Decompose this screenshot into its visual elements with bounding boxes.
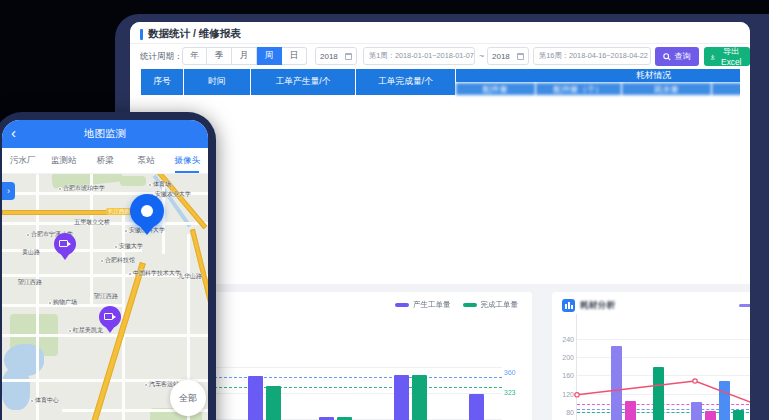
map-poi-label: 体育场 xyxy=(148,180,171,189)
export-excel-button[interactable]: 导出Excel xyxy=(704,47,750,66)
sub-column-header: 配件量（个） xyxy=(536,83,622,96)
trend-line xyxy=(577,330,750,420)
highway xyxy=(84,262,145,420)
export-label: 导出Excel xyxy=(719,46,744,67)
consumables-bar-plot: 4080120160200240 xyxy=(576,314,750,420)
highway xyxy=(190,229,208,312)
y-axis-tick: 200 xyxy=(556,354,574,361)
map-poi-label: 望江西路 xyxy=(94,292,118,301)
road xyxy=(2,334,208,337)
phone-tab-监测站[interactable]: 监测站 xyxy=(43,148,84,173)
bar[interactable] xyxy=(394,375,409,420)
bar[interactable] xyxy=(248,376,263,420)
start-week-input[interactable]: 第1周：2018-01-01~2018-01-07 xyxy=(363,47,475,65)
bar-group xyxy=(319,314,352,420)
map-poi-label: 体育中心 xyxy=(30,396,59,405)
search-icon xyxy=(663,53,671,61)
column-header: 工单产生量/个 xyxy=(251,69,356,96)
map-view[interactable]: 长江西路 › 全部 合肥市琥珀中学体育场安徽农业大学五里墩立交桥合肥市宁溪小学安… xyxy=(2,174,208,420)
map-poi-label: 红星美凯龙 xyxy=(68,326,103,335)
bar[interactable] xyxy=(469,394,484,420)
page-title: 数据统计 / 维修报表 xyxy=(148,27,241,41)
sub-column-header: 耗水量 xyxy=(622,83,712,96)
period-segmented-control: 年季月周日 xyxy=(182,47,307,65)
bar[interactable] xyxy=(412,375,427,420)
map-poi-label: 合肥市琥珀中学 xyxy=(58,184,105,193)
map-poi-label: 合肥科技馆 xyxy=(100,256,135,265)
calendar-icon xyxy=(517,53,524,60)
map-all-button[interactable]: 全部 xyxy=(170,380,206,416)
phone-title: 地图监测 xyxy=(84,127,126,141)
selected-location-pin-icon[interactable] xyxy=(130,194,164,228)
period-option-日[interactable]: 日 xyxy=(282,47,307,65)
start-year-value: 2018 xyxy=(320,52,338,61)
period-option-季[interactable]: 季 xyxy=(207,47,232,65)
bar[interactable] xyxy=(266,386,281,420)
download-icon xyxy=(710,53,716,61)
phone-tab-摄像头[interactable]: 摄像头 xyxy=(167,148,208,173)
end-year-value: 2018 xyxy=(492,52,510,61)
query-label: 查询 xyxy=(674,51,691,62)
map-expander-button[interactable]: › xyxy=(2,182,15,200)
phone-screen: ‹ 地图监测 污水厂监测站桥梁泵站摄像头 xyxy=(2,120,208,420)
column-header: 序号 xyxy=(141,69,184,96)
chart-title-row: 耗材分析 xyxy=(562,299,615,312)
clipped-legend-pill xyxy=(739,304,750,307)
period-option-年[interactable]: 年 xyxy=(182,47,207,65)
map-poi-label: 五里墩立交桥 xyxy=(74,218,110,227)
chart-legend: 产生工单量完成工单量 xyxy=(395,300,518,310)
camera-pin-icon[interactable] xyxy=(54,233,76,255)
range-separator: ~ xyxy=(479,51,484,61)
phone-tab-桥梁[interactable]: 桥梁 xyxy=(84,148,125,173)
lake xyxy=(2,368,30,410)
bar-chart-icon xyxy=(562,299,575,312)
bar-group xyxy=(248,314,281,420)
legend-item: 完成工单量 xyxy=(463,300,519,310)
group-header: 耗材情况 xyxy=(456,69,741,83)
map-poi-label: 安徽大学 xyxy=(114,242,143,251)
calendar-icon xyxy=(345,53,352,60)
chart-title: 耗材分析 xyxy=(580,300,615,312)
query-button[interactable]: 查询 xyxy=(655,47,699,66)
map-poi-label: 望江西路 xyxy=(18,278,42,287)
screenshot-stage: 数据统计 / 维修报表 统计周期： 年季月周日 2018 第1周：2018-01… xyxy=(0,0,769,420)
report-table-container[interactable]: 序号时间工单产生量/个工单完成量/个耗材情况配件量配件量（个）耗水量水量 xyxy=(140,68,740,278)
period-option-周[interactable]: 周 xyxy=(257,47,282,65)
phone-frame: ‹ 地图监测 污水厂监测站桥梁泵站摄像头 xyxy=(0,112,216,420)
phone-tab-泵站[interactable]: 泵站 xyxy=(126,148,167,173)
column-header: 工单完成量/个 xyxy=(356,69,456,96)
accent-bar xyxy=(140,29,143,40)
road-name-badge: 长江西路 xyxy=(106,208,132,215)
breadcrumb: 数据统计 / 维修报表 xyxy=(140,27,241,41)
consumables-chart-card: 耗材分析 4080120160200240 xyxy=(552,292,750,420)
sub-column-header: 配件量 xyxy=(456,83,536,96)
report-table: 序号时间工单产生量/个工单完成量/个耗材情况配件量配件量（个）耗水量水量 xyxy=(140,68,740,96)
sub-column-header: 水量 xyxy=(712,83,741,96)
bar-group xyxy=(469,314,502,420)
map-poi-label: 九华山路 xyxy=(178,272,202,281)
legend-item: 产生工单量 xyxy=(395,300,451,310)
end-week-input[interactable]: 第16周：2018-04-16~2018-04-22 xyxy=(533,47,651,65)
end-year-select[interactable]: 2018 xyxy=(487,47,529,65)
period-option-月[interactable]: 月 xyxy=(232,47,257,65)
filter-bar: 统计周期： 年季月周日 2018 第1周：2018-01-01~2018-01-… xyxy=(130,44,750,68)
map-poi-label: 黄山路 xyxy=(22,248,40,257)
period-label: 统计周期： xyxy=(140,51,183,63)
charts-row: 产生工单量完成工单量 360323 耗材分析 4080120160200240 xyxy=(140,292,750,420)
phone-tab-污水厂[interactable]: 污水厂 xyxy=(2,148,43,173)
camera-pin-icon[interactable] xyxy=(99,306,121,328)
map-poi-label: 购物广场 xyxy=(48,298,77,307)
road xyxy=(90,174,93,304)
y-axis-tick: 80 xyxy=(556,409,574,416)
column-header: 时间 xyxy=(184,69,251,96)
y-axis-tick: 240 xyxy=(556,336,574,343)
dashboard-card: 数据统计 / 维修报表 统计周期： 年季月周日 2018 第1周：2018-01… xyxy=(130,22,750,420)
bar-group xyxy=(394,314,427,420)
park-area xyxy=(120,176,146,186)
back-icon[interactable]: ‹ xyxy=(11,125,16,141)
y-axis-tick: 120 xyxy=(556,391,574,398)
phone-app-bar: ‹ 地图监测 xyxy=(2,120,208,148)
phone-tab-bar: 污水厂监测站桥梁泵站摄像头 xyxy=(2,148,208,174)
start-year-select[interactable]: 2018 xyxy=(315,47,357,65)
y-axis-tick: 160 xyxy=(556,372,574,379)
